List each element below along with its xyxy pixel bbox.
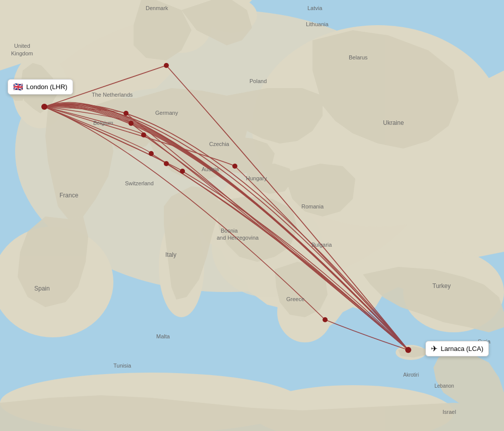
svg-text:Austria: Austria	[202, 166, 219, 172]
svg-text:Kingdom: Kingdom	[11, 50, 33, 56]
svg-point-17	[141, 132, 146, 137]
svg-point-20	[180, 169, 185, 174]
destination-airport-label: ✈ Larnaca (LCA)	[425, 341, 489, 356]
svg-text:Belarus: Belarus	[349, 54, 368, 60]
svg-text:Tunisia: Tunisia	[113, 363, 132, 369]
svg-text:Romania: Romania	[301, 203, 324, 209]
svg-point-23	[41, 104, 47, 110]
svg-text:Lebanon: Lebanon	[434, 383, 454, 389]
svg-text:Malta: Malta	[156, 333, 170, 339]
svg-point-21	[232, 164, 237, 169]
origin-airport-name: London (LHR)	[26, 83, 68, 91]
svg-point-15	[123, 111, 129, 116]
svg-text:Greece: Greece	[286, 296, 304, 302]
origin-flag: 🇬🇧	[13, 82, 23, 92]
destination-airport-name: Larnaca (LCA)	[440, 345, 483, 352]
svg-point-24	[405, 347, 411, 353]
svg-text:Italy: Italy	[165, 251, 176, 258]
svg-text:Israel: Israel	[443, 409, 456, 415]
svg-text:Czechia: Czechia	[209, 141, 230, 147]
svg-point-19	[164, 161, 169, 166]
svg-point-16	[129, 121, 134, 126]
svg-text:and Herzegovina: and Herzegovina	[217, 235, 259, 241]
svg-text:Switzerland: Switzerland	[125, 180, 154, 186]
svg-text:The Netherlands: The Netherlands	[92, 92, 133, 98]
svg-text:United: United	[14, 43, 30, 49]
svg-point-14	[164, 63, 169, 68]
svg-text:Bulgaria: Bulgaria	[311, 242, 332, 248]
svg-point-22	[323, 317, 328, 322]
svg-text:France: France	[59, 192, 79, 199]
svg-text:Poland: Poland	[249, 78, 267, 84]
svg-text:Lithuania: Lithuania	[306, 21, 329, 27]
svg-text:Hungary: Hungary	[246, 175, 267, 181]
svg-text:Turkey: Turkey	[432, 282, 451, 290]
svg-text:Germany: Germany	[155, 110, 178, 116]
origin-airport-label: 🇬🇧 London (LHR)	[8, 79, 73, 95]
map-svg: United Kingdom Denmark Latvia Lithuania …	[0, 0, 504, 431]
svg-text:Bosnia: Bosnia	[221, 228, 238, 234]
destination-flag: ✈	[431, 344, 437, 353]
svg-text:Denmark: Denmark	[146, 5, 168, 11]
svg-point-18	[149, 151, 154, 156]
svg-text:Ukraine: Ukraine	[383, 119, 404, 126]
svg-text:Akrotiri: Akrotiri	[403, 372, 419, 378]
svg-text:Belgium: Belgium	[93, 120, 113, 126]
svg-text:Spain: Spain	[34, 285, 50, 292]
map-container: United Kingdom Denmark Latvia Lithuania …	[0, 0, 504, 431]
svg-text:Latvia: Latvia	[307, 5, 323, 11]
